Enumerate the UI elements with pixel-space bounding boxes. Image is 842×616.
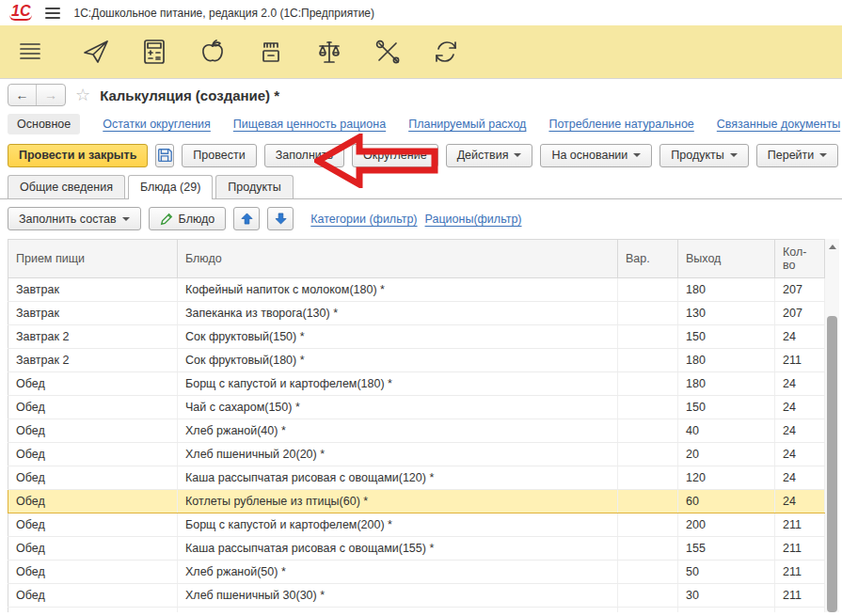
titlebar-menu-icon[interactable]	[45, 8, 60, 19]
cart-icon[interactable]	[256, 37, 286, 67]
col-header-output[interactable]: Выход	[678, 240, 775, 278]
sync-icon[interactable]	[431, 37, 461, 67]
apple-icon[interactable]	[198, 37, 228, 67]
dropdown-button-действия[interactable]: Действия	[446, 144, 533, 167]
table-row[interactable]: ОбедХлеб пшеничный 30(30) *30211	[8, 584, 825, 608]
chevron-down-icon	[514, 153, 521, 157]
col-header-qty[interactable]: Кол-во	[775, 240, 825, 278]
fill-button[interactable]: Заполнить	[264, 144, 344, 167]
send-icon[interactable]	[81, 37, 111, 67]
vertical-scrollbar[interactable]	[825, 239, 839, 612]
scales-icon[interactable]	[314, 37, 344, 67]
back-button[interactable]: ←	[8, 85, 37, 105]
table-row[interactable]: ОбедКаша рассыпчатая рисовая с овощами(1…	[8, 537, 825, 561]
dish-cell: Котлеты рубленые из птицы(80) *	[178, 608, 618, 613]
dish-cell: Кофейный напиток с молоком(180) *	[178, 278, 618, 302]
table-row[interactable]: Завтрак 2Сок фруктовый(150) *15024	[8, 325, 825, 349]
dropdown-button-на-основании[interactable]: На основании	[540, 144, 652, 167]
meal-cell: Обед	[8, 608, 178, 613]
rations-filter-link[interactable]: Рационы(фильтр)	[425, 213, 522, 226]
output-cell: 50	[678, 561, 775, 584]
qty-cell: 207	[775, 278, 825, 302]
arrow-down-icon	[275, 213, 287, 225]
variant-cell	[618, 584, 678, 608]
section-link[interactable]: Планируемый расход	[408, 118, 526, 131]
tab-general-info[interactable]: Общие сведения	[8, 175, 125, 198]
dropdown-button-продукты[interactable]: Продукты	[659, 144, 748, 167]
tools-icon[interactable]	[373, 37, 403, 67]
variant-cell	[618, 419, 678, 443]
move-down-button[interactable]	[267, 207, 294, 230]
dish-cell: Хлеб пшеничный 20(20) *	[178, 443, 618, 466]
forward-button[interactable]: →	[37, 85, 65, 105]
1c-logo-icon: 1С	[9, 5, 32, 21]
qty-cell: 211	[775, 513, 825, 537]
list-toolbar: Заполнить состав Блюдо Категории (фильтр…	[8, 207, 842, 230]
section-link-active[interactable]: Основное	[8, 114, 80, 134]
table-row[interactable]: ОбедХлеб пшеничный 20(20) *2024	[8, 443, 825, 466]
qty-cell: 24	[775, 419, 825, 443]
favorite-star-icon[interactable]: ☆	[75, 87, 90, 103]
chevron-down-icon	[730, 153, 738, 157]
qty-cell: 24	[775, 490, 825, 513]
scroll-up-icon[interactable]	[825, 239, 839, 254]
output-cell: 60	[678, 490, 775, 513]
col-header-meal[interactable]: Прием пищи	[8, 240, 178, 278]
post-button[interactable]: Провести	[182, 144, 256, 167]
table-row[interactable]: ОбедЧай с сахаром(150) *15024	[8, 396, 825, 419]
table-row[interactable]: Завтрак 2Сок фруктовый(180) *180211	[8, 349, 825, 372]
meal-cell: Обед	[8, 513, 178, 537]
arrow-up-icon	[241, 213, 253, 225]
save-button[interactable]	[155, 144, 174, 167]
variant-cell	[618, 325, 678, 349]
table-row[interactable]: ОбедБорщ с капустой и картофелем(180) *1…	[8, 372, 825, 396]
meal-cell: Завтрак	[8, 278, 178, 302]
table-row[interactable]: ОбедКотлеты рубленые из птицы(60) *6024	[8, 490, 825, 513]
rounding-button[interactable]: Округление	[352, 144, 438, 167]
section-link[interactable]: Пищевая ценность рациона	[233, 118, 386, 131]
dish-cell: Каша рассыпчатая рисовая с овощами(155) …	[178, 537, 618, 561]
dropdown-button-перейти[interactable]: Перейти	[756, 144, 839, 167]
edit-dish-button[interactable]: Блюдо	[149, 207, 227, 230]
page-title: Калькуляция (создание) *	[100, 87, 279, 103]
col-header-variant[interactable]: Вар.	[618, 240, 678, 278]
dish-cell: Сок фруктовый(180) *	[178, 349, 618, 372]
window-title: 1С:Дошкольное питание, редакция 2.0 (1С:…	[73, 7, 374, 20]
table-row[interactable]: ОбедХлеб ржаной(50) *50211	[8, 561, 825, 584]
table-row[interactable]: ОбедКотлеты рубленые из птицы(80) *80211	[8, 608, 825, 613]
col-header-dish[interactable]: Блюдо	[178, 240, 618, 278]
section-link[interactable]: Связанные документы	[717, 118, 840, 131]
post-and-close-button[interactable]: Провести и закрыть	[8, 144, 148, 167]
meal-cell: Обед	[8, 537, 178, 561]
categories-filter-link[interactable]: Категории (фильтр)	[310, 213, 417, 226]
variant-cell	[618, 466, 678, 490]
variant-cell	[618, 608, 678, 613]
table-row[interactable]: ЗавтракЗапеканка из творога(130) *130207	[8, 302, 825, 325]
meal-cell: Обед	[8, 584, 178, 608]
tab-products[interactable]: Продукты	[215, 175, 293, 198]
chevron-down-icon	[122, 217, 130, 221]
variant-cell	[618, 278, 678, 302]
section-link[interactable]: Остатки округления	[103, 118, 211, 131]
output-cell: 155	[678, 537, 775, 561]
table-row[interactable]: ОбедХлеб ржаной(40) *4024	[8, 419, 825, 443]
table-row[interactable]: ОбедБорщ с капустой и картофелем(200) *2…	[8, 513, 825, 537]
table-row[interactable]: ОбедКаша рассыпчатая рисовая с овощами(1…	[8, 466, 825, 490]
dish-cell: Хлеб ржаной(50) *	[178, 561, 618, 584]
chevron-down-icon	[633, 153, 641, 157]
variant-cell	[618, 372, 678, 396]
table-row[interactable]: ЗавтракКофейный напиток с молоком(180) *…	[8, 278, 825, 302]
meal-cell: Обед	[8, 443, 178, 466]
section-link[interactable]: Потребление натуральное	[548, 118, 693, 131]
dishes-table: Прием пищи Блюдо Вар. Выход Кол-во Завтр…	[8, 239, 825, 612]
menu-icon[interactable]	[15, 37, 45, 67]
output-cell: 200	[678, 513, 775, 537]
move-up-button[interactable]	[233, 207, 260, 230]
qty-cell: 211	[775, 608, 825, 613]
calculator-icon[interactable]	[139, 37, 169, 67]
fill-composition-button[interactable]: Заполнить состав	[8, 207, 141, 230]
chevron-down-icon	[819, 153, 827, 157]
tab-dishes[interactable]: Блюда (29)	[128, 175, 213, 199]
qty-cell: 207	[775, 302, 825, 325]
scrollbar-thumb[interactable]	[827, 316, 837, 612]
